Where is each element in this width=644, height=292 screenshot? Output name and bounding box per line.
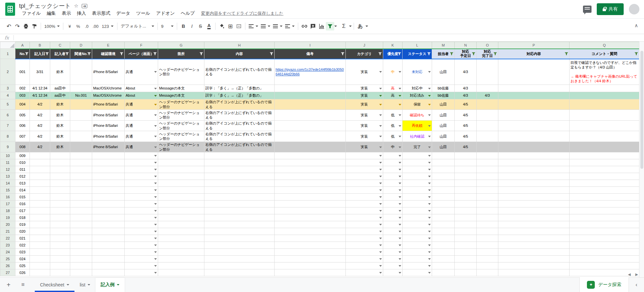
cell[interactable]: [403, 256, 432, 263]
cell[interactable]: [498, 221, 570, 228]
header-cell[interactable]: 記入日: [30, 49, 50, 59]
cell-dropdown-icon[interactable]: [154, 224, 157, 225]
cell[interactable]: 005: [15, 110, 30, 121]
cell[interactable]: 4/5: [455, 121, 477, 131]
cell[interactable]: [158, 256, 204, 263]
cell-dropdown-icon[interactable]: [428, 104, 431, 106]
cell[interactable]: 山田: [432, 99, 455, 110]
cell[interactable]: [346, 207, 383, 214]
formula-input[interactable]: [17, 34, 644, 41]
cell-dropdown-icon[interactable]: [428, 196, 431, 198]
cell-dropdown-icon[interactable]: [428, 217, 431, 219]
cell[interactable]: [403, 249, 432, 256]
cell[interactable]: [383, 159, 403, 166]
cell-dropdown-icon[interactable]: [379, 265, 382, 267]
cell[interactable]: [50, 194, 70, 201]
header-cell[interactable]: カテゴリ: [346, 49, 383, 59]
cell-dropdown-icon[interactable]: [379, 244, 382, 246]
cell[interactable]: [70, 59, 92, 85]
cell[interactable]: [346, 201, 383, 207]
cell[interactable]: [50, 201, 70, 207]
cell[interactable]: [275, 228, 346, 235]
cell[interactable]: 4/1 12:34: [30, 85, 50, 92]
cell[interactable]: [383, 235, 403, 242]
cell-dropdown-icon[interactable]: [379, 146, 382, 148]
scroll-right-icon[interactable]: ▶: [635, 272, 638, 277]
cell[interactable]: 右側のアイコンが上にずれているので揃える: [204, 110, 275, 121]
cell[interactable]: [92, 152, 125, 159]
cell[interactable]: [204, 173, 275, 180]
cell[interactable]: [158, 207, 204, 214]
horizontal-align-button[interactable]: [247, 22, 260, 30]
format-currency-button[interactable]: ¥: [65, 22, 74, 30]
cell[interactable]: [432, 242, 455, 249]
cell[interactable]: [158, 214, 204, 221]
cell[interactable]: 4/3: [477, 92, 498, 99]
cell-dropdown-icon[interactable]: [399, 95, 401, 97]
redo-button[interactable]: ↷: [13, 22, 22, 30]
menu-item[interactable]: ツール: [133, 10, 153, 17]
header-cell[interactable]: 優先度: [383, 49, 403, 59]
cell[interactable]: 未対応: [403, 59, 432, 85]
cell[interactable]: [70, 194, 92, 201]
cell[interactable]: Messageの本文: [158, 85, 204, 92]
cell[interactable]: [50, 180, 70, 187]
cell[interactable]: [275, 194, 346, 201]
cell[interactable]: [30, 173, 50, 180]
cell-dropdown-icon[interactable]: [428, 272, 431, 274]
cell[interactable]: 右側のアイコンが上にずれているので揃える: [204, 59, 275, 85]
cell[interactable]: [30, 269, 50, 276]
vertical-scrollbar[interactable]: [639, 42, 644, 277]
cell-dropdown-icon[interactable]: [399, 169, 401, 170]
cell[interactable]: [70, 99, 92, 110]
cell-dropdown-icon[interactable]: [154, 114, 157, 116]
cell[interactable]: 高: [383, 85, 403, 92]
cell[interactable]: [30, 207, 50, 214]
row-number[interactable]: 1: [0, 49, 15, 59]
scroll-left-icon[interactable]: ◀: [628, 272, 631, 277]
cell[interactable]: [92, 207, 125, 214]
row-number[interactable]: 20: [0, 221, 15, 228]
cell[interactable]: 009: [15, 152, 30, 159]
cell[interactable]: [383, 214, 403, 221]
cell[interactable]: [275, 121, 346, 131]
column-header-M[interactable]: M: [432, 42, 455, 49]
cell[interactable]: [498, 166, 570, 173]
cell[interactable]: [275, 269, 346, 276]
cell-dropdown-icon[interactable]: [379, 155, 382, 157]
cell[interactable]: 3/31: [30, 59, 50, 85]
cell-dropdown-icon[interactable]: [428, 169, 431, 170]
cell[interactable]: [432, 159, 455, 166]
cell[interactable]: [383, 242, 403, 249]
cell[interactable]: [498, 92, 570, 99]
cell-dropdown-icon[interactable]: [154, 196, 157, 198]
cell-dropdown-icon[interactable]: [379, 224, 382, 225]
cell[interactable]: [346, 180, 383, 187]
column-header-A[interactable]: A: [15, 42, 30, 49]
cell[interactable]: [204, 187, 275, 194]
header-cell[interactable]: 担当者: [432, 49, 455, 59]
cell[interactable]: [204, 235, 275, 242]
cell-dropdown-icon[interactable]: [379, 104, 382, 106]
column-header-L[interactable]: L: [403, 42, 432, 49]
cell[interactable]: ヘッダーのナビゲーション部分: [158, 121, 204, 131]
cell[interactable]: [204, 194, 275, 201]
cell[interactable]: [70, 152, 92, 159]
cell[interactable]: [570, 249, 639, 256]
cell[interactable]: ヘッダーのナビゲーション部分: [158, 110, 204, 121]
print-button[interactable]: [22, 22, 30, 30]
cell[interactable]: [346, 214, 383, 221]
cell-dropdown-icon[interactable]: [399, 136, 401, 137]
borders-button[interactable]: ⊞: [226, 22, 235, 30]
cell[interactable]: [346, 263, 383, 269]
cell[interactable]: 実装: [346, 121, 383, 131]
cell-dropdown-icon[interactable]: [154, 238, 157, 239]
cell-dropdown-icon[interactable]: [154, 104, 157, 106]
cell[interactable]: [477, 59, 498, 85]
cell[interactable]: [204, 214, 275, 221]
cell[interactable]: [570, 142, 639, 152]
cell[interactable]: 022: [15, 242, 30, 249]
cell-dropdown-icon[interactable]: [379, 251, 382, 253]
cell[interactable]: [92, 214, 125, 221]
cell[interactable]: iPhone 8/Safari: [92, 110, 125, 121]
